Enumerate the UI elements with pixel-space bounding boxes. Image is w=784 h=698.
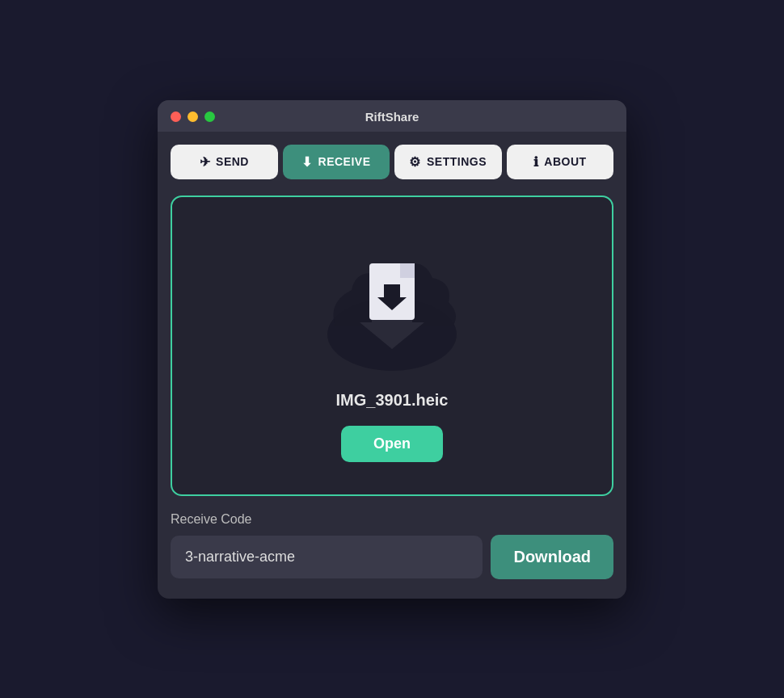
tab-receive-label: RECEIVE	[318, 155, 371, 168]
nav-tabs: ✈ SEND ⬇ RECEIVE ⚙ SETTINGS ℹ ABOUT	[158, 132, 626, 179]
tab-send-label: SEND	[216, 155, 249, 168]
tab-about-label: ABOUT	[544, 155, 586, 168]
main-content: IMG_3901.heic Open Receive Code Download	[158, 179, 626, 599]
download-button[interactable]: Download	[491, 535, 613, 579]
tab-about[interactable]: ℹ ABOUT	[507, 145, 614, 179]
tab-settings[interactable]: ⚙ SETTINGS	[394, 145, 502, 179]
settings-icon: ⚙	[409, 154, 421, 170]
open-button[interactable]: Open	[341, 426, 443, 462]
download-cloud-icon	[311, 229, 473, 375]
tab-send[interactable]: ✈ SEND	[171, 145, 278, 179]
maximize-button[interactable]	[204, 111, 215, 122]
close-button[interactable]	[171, 111, 181, 122]
svg-rect-2	[400, 263, 415, 278]
about-icon: ℹ	[533, 154, 539, 170]
file-icon-wrapper	[311, 229, 473, 375]
window-title: RiftShare	[365, 110, 419, 124]
receive-drop-zone: IMG_3901.heic Open	[171, 196, 613, 496]
app-window: RiftShare ✈ SEND ⬇ RECEIVE ⚙ SETTINGS ℹ …	[158, 100, 626, 599]
titlebar: RiftShare	[158, 100, 626, 132]
tab-settings-label: SETTINGS	[427, 155, 487, 168]
receive-icon: ⬇	[301, 154, 313, 170]
receive-code-label: Receive Code	[171, 512, 613, 527]
filename: IMG_3901.heic	[336, 391, 449, 410]
minimize-button[interactable]	[188, 111, 198, 122]
receive-code-row: Download	[171, 535, 613, 579]
send-icon: ✈	[200, 154, 211, 170]
receive-code-input[interactable]	[171, 536, 483, 578]
receive-code-section: Receive Code Download	[171, 512, 613, 579]
traffic-lights	[171, 111, 215, 122]
tab-receive[interactable]: ⬇ RECEIVE	[283, 145, 390, 179]
